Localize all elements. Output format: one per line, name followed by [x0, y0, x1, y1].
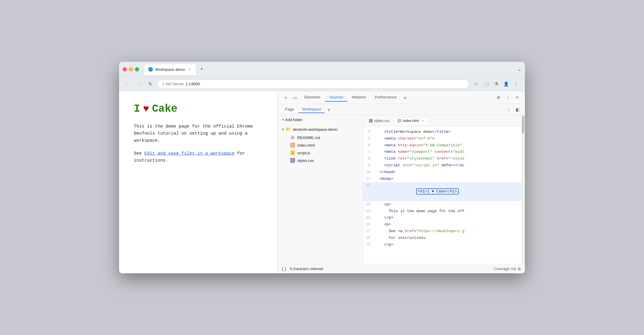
minimize-traffic-light[interactable] — [129, 67, 133, 71]
subtab-workspace[interactable]: Workspace — [298, 106, 325, 113]
code-editor: C styles.css H index.html × — [363, 115, 521, 264]
code-line-17: 17 See <a href="https://developers.g — [363, 228, 521, 235]
folder-row[interactable]: ▾ 📁 devtools-workspace-demo — [278, 125, 363, 134]
editor-content[interactable]: 4 <title>Workspace demo</title> 5 <meta … — [363, 126, 521, 264]
main-area: I ♥ Cake This is the demo page for the o… — [119, 91, 525, 273]
file-index-html[interactable]: H index.html — [286, 141, 363, 149]
traffic-lights — [123, 67, 139, 71]
page-text-1: This is the demo page for the official C… — [134, 124, 253, 143]
title-bar: 🌐 Workspace demo × + ⌄ — [119, 62, 525, 77]
editor-tab-close-icon[interactable]: × — [421, 119, 425, 123]
bookmark-icon[interactable]: ☆ — [472, 80, 480, 88]
page-paragraph-2: See Edit and save files in a workspace f… — [134, 150, 263, 164]
line-content-17: See <a href="https://developers.g — [375, 228, 521, 235]
page-text-2-prefix: See — [134, 151, 144, 156]
tab-performance[interactable]: Performance — [371, 93, 401, 102]
line-number-7: 7 — [363, 149, 375, 155]
devtools-more-icon[interactable]: ⋮ — [504, 93, 512, 102]
tab-close-button[interactable]: × — [187, 67, 192, 72]
page-link[interactable]: Edit and save files in a workspace — [144, 151, 234, 156]
screenshot-icon[interactable]: ⊞ — [518, 267, 521, 271]
devtools-statusbar: { } 9 characters selected Coverage: n/a … — [278, 264, 525, 273]
tab-network[interactable]: Network — [348, 93, 370, 102]
line-number-6: 6 — [363, 143, 375, 148]
more-devtools-tabs-icon[interactable]: » — [401, 94, 409, 101]
format-icon[interactable]: { } — [282, 266, 286, 271]
file-script-js[interactable]: J script.js — [286, 149, 363, 157]
page-paragraph-1: This is the demo page for the official C… — [134, 123, 263, 144]
line-number-15: 15 — [363, 215, 375, 221]
tab-favicon-icon: 🌐 — [148, 67, 153, 72]
add-folder-label: + Add folder — [282, 118, 303, 122]
line-number-16: 16 — [363, 222, 375, 227]
more-sources-tabs-icon[interactable]: » — [326, 106, 332, 113]
line-content-16: <p> — [375, 222, 521, 228]
more-icon[interactable]: ⋮ — [512, 80, 520, 88]
folder-arrow-icon: ▾ — [282, 128, 284, 131]
browser-tab[interactable]: 🌐 Workspace demo × — [144, 64, 196, 75]
file-name-readme: README.md — [297, 135, 320, 140]
editor-tab-css-icon: C — [369, 119, 373, 123]
forward-button[interactable]: → — [135, 80, 143, 88]
line-content-11: <body> — [375, 176, 521, 182]
address-input[interactable]: ⚠ Not Secure [::]:8000 — [157, 79, 469, 89]
line-number-11: 11 — [363, 176, 375, 182]
tab-bar-chevron-icon[interactable]: ⌄ — [518, 66, 521, 72]
line-number-8: 8 — [363, 156, 375, 162]
code-line-10: 10 </head> — [363, 169, 521, 176]
back-button[interactable]: ← — [124, 80, 132, 88]
file-name-styles-css: styles.css — [297, 158, 314, 163]
new-tab-button[interactable]: + — [198, 65, 206, 73]
heading-i: I — [134, 103, 140, 115]
maximize-traffic-light[interactable] — [135, 67, 139, 71]
file-name-script-js: script.js — [297, 151, 310, 155]
editor-tab-styles-css[interactable]: C styles.css — [366, 118, 393, 124]
code-line-7: 7 <meta name="viewport" content="widt — [363, 149, 521, 155]
profile-icon[interactable]: 👤 — [502, 80, 510, 88]
tab-elements[interactable]: Elements — [300, 93, 324, 102]
file-styles-css[interactable]: C styles.css — [286, 157, 363, 164]
line-content-15: </p> — [375, 215, 521, 221]
editor-scrollbar[interactable] — [521, 115, 525, 264]
folder-icon: 📁 — [286, 127, 291, 132]
code-line-6: 6 <meta http-equiv="X-UA-Compatible" — [363, 142, 521, 149]
code-line-18: 18 for instructions. — [363, 235, 521, 242]
file-name-index-html: index.html — [297, 143, 315, 148]
lab-icon[interactable]: ⚗ — [492, 80, 500, 88]
line-content-9: <script src="/script.js" defer></sc — [375, 163, 521, 169]
sidebar-toggle-icon[interactable]: ◧ — [514, 106, 521, 113]
editor-tab-index-html[interactable]: H index.html × — [394, 117, 429, 124]
sources-subtab-actions: ⋮ ◧ — [505, 106, 521, 113]
tab-sources[interactable]: Sources — [325, 93, 347, 102]
address-text: [::]:8000 — [186, 82, 200, 86]
code-line-14: 14 This is the demo page for the off — [363, 208, 521, 215]
line-number-13: 13 — [363, 202, 375, 207]
subtab-page[interactable]: Page — [281, 106, 297, 113]
page-content: I ♥ Cake This is the demo page for the o… — [119, 91, 278, 273]
devtools-toolbar: ⊹ ▭ Elements Sources Network Performance… — [278, 91, 525, 104]
file-list: M README.md H index.html J script.js — [278, 134, 363, 164]
file-readme[interactable]: M README.md — [286, 134, 363, 141]
line-number-18: 18 — [363, 235, 375, 241]
settings-icon[interactable]: ⚙ — [494, 93, 503, 102]
inspect-element-icon[interactable]: ⊹ — [281, 93, 290, 102]
code-line-4: 4 <title>Workspace demo</title> — [363, 129, 521, 135]
browser-window: 🌐 Workspace demo × + ⌄ ← → ↻ ⚠ Not Secur… — [119, 62, 525, 273]
line-content-12: <h1>I ♥ Cake</h1> — [375, 182, 521, 201]
code-line-5: 5 <meta charset="utf-8"> — [363, 135, 521, 142]
heading-cake: Cake — [152, 103, 177, 115]
devtools-close-button[interactable]: × — [513, 93, 521, 102]
line-number-17: 17 — [363, 229, 375, 234]
editor-tabs: C styles.css H index.html × — [363, 115, 521, 126]
refresh-button[interactable]: ↻ — [146, 80, 154, 88]
scrollbar-thumb[interactable] — [522, 116, 524, 133]
close-traffic-light[interactable] — [123, 67, 127, 71]
device-emulation-icon[interactable]: ▭ — [291, 93, 299, 102]
workspace-folder: ▾ 📁 devtools-workspace-demo M README.md — [278, 124, 363, 165]
line-number-14: 14 — [363, 209, 375, 214]
coverage-status: Coverage: n/a ⊞ — [494, 267, 521, 271]
extension-icon[interactable]: ⬜ — [482, 80, 490, 88]
file-icon-html: H — [290, 143, 295, 148]
add-folder-button[interactable]: + Add folder — [278, 115, 363, 124]
more-sources-options-icon[interactable]: ⋮ — [505, 106, 513, 113]
